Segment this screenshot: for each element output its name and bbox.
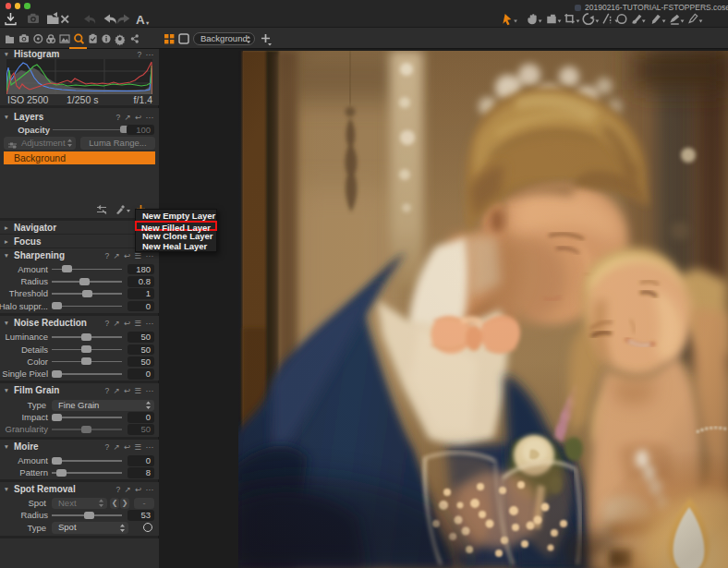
svg-text:A: A xyxy=(136,13,145,27)
svg-text:▾: ▾ xyxy=(146,19,150,26)
